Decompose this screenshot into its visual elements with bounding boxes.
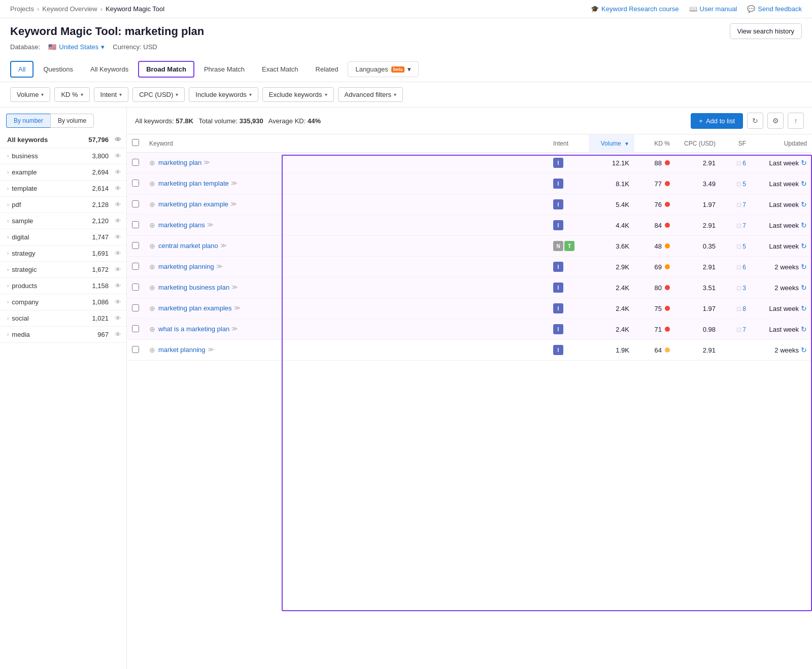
row-checkbox[interactable]	[132, 304, 139, 311]
add-keyword-icon[interactable]: ⊕	[149, 325, 155, 333]
row-checkbox[interactable]	[132, 284, 139, 291]
keyword-link[interactable]: marketing plan	[158, 159, 201, 166]
sidebar-item-all[interactable]: All keywords 57,796 👁	[0, 132, 126, 148]
row-refresh-icon[interactable]: ↻	[801, 325, 807, 333]
keyword-link[interactable]: what is a marketing plan	[158, 325, 229, 333]
add-keyword-icon[interactable]: ⊕	[149, 221, 155, 229]
sf-link[interactable]: 7	[742, 326, 746, 333]
tab-phrase-match[interactable]: Phrase Match	[196, 61, 252, 77]
sidebar-item-template[interactable]: › template 2,614 👁	[0, 181, 126, 197]
keyword-link[interactable]: market planning	[158, 346, 206, 354]
sf-link[interactable]: 7	[742, 222, 746, 229]
refresh-button[interactable]: ↻	[747, 113, 763, 129]
keyword-link[interactable]: marketing plan template	[158, 180, 229, 187]
row-refresh-icon[interactable]: ↻	[801, 159, 807, 167]
col-sf-header[interactable]: SF	[721, 134, 751, 153]
tab-related[interactable]: Related	[308, 61, 346, 77]
keyword-expand-icon[interactable]: ≫	[207, 221, 214, 228]
filter-cpc[interactable]: CPC (USD) ▾	[132, 87, 185, 102]
sidebar-item-media[interactable]: › media 967 👁	[0, 327, 126, 343]
tab-languages[interactable]: Languages beta ▾	[348, 61, 419, 77]
row-refresh-icon[interactable]: ↻	[801, 200, 807, 208]
keyword-expand-icon[interactable]: ≫	[208, 346, 214, 353]
col-updated-header[interactable]: Updated	[751, 134, 812, 153]
breadcrumb-projects[interactable]: Projects	[10, 5, 34, 13]
row-checkbox[interactable]	[132, 346, 139, 353]
row-checkbox[interactable]	[132, 242, 139, 249]
sidebar-item-strategic[interactable]: › strategic 1,672 👁	[0, 262, 126, 278]
add-keyword-icon[interactable]: ⊕	[149, 304, 155, 312]
row-checkbox[interactable]	[132, 221, 139, 228]
sidebar-item-strategy[interactable]: › strategy 1,691 👁	[0, 245, 126, 262]
filter-volume[interactable]: Volume ▾	[10, 87, 50, 102]
settings-button[interactable]: ⚙	[767, 113, 784, 129]
sidebar-item-digital[interactable]: › digital 1,747 👁	[0, 229, 126, 245]
row-checkbox[interactable]	[132, 200, 139, 207]
keyword-link[interactable]: marketing plans	[158, 221, 205, 229]
filter-advanced[interactable]: Advanced filters ▾	[338, 87, 403, 102]
breadcrumb-keyword-overview[interactable]: Keyword Overview	[42, 5, 97, 13]
filter-kd[interactable]: KD % ▾	[54, 87, 89, 102]
sidebar-item-example[interactable]: › example 2,694 👁	[0, 164, 126, 181]
row-refresh-icon[interactable]: ↻	[801, 263, 807, 271]
keyword-expand-icon[interactable]: ≫	[220, 242, 227, 249]
view-history-button[interactable]: View search history	[730, 23, 802, 39]
keyword-expand-icon[interactable]: ≫	[230, 200, 237, 207]
export-button[interactable]: ↑	[788, 113, 804, 129]
add-keyword-icon[interactable]: ⊕	[149, 180, 155, 188]
keyword-expand-icon[interactable]: ≫	[234, 304, 241, 311]
add-keyword-icon[interactable]: ⊕	[149, 263, 155, 271]
filter-intent[interactable]: Intent ▾	[94, 87, 129, 102]
keyword-expand-icon[interactable]: ≫	[231, 284, 238, 291]
row-checkbox[interactable]	[132, 180, 139, 187]
keyword-link[interactable]: marketing plan example	[158, 200, 228, 208]
row-checkbox[interactable]	[132, 159, 139, 166]
col-kd-header[interactable]: KD %	[634, 134, 675, 153]
col-cpc-header[interactable]: CPC (USD)	[675, 134, 721, 153]
database-selector[interactable]: 🇺🇸 United States ▾	[48, 43, 105, 51]
row-checkbox[interactable]	[132, 263, 139, 270]
sf-link[interactable]: 6	[742, 160, 746, 167]
tab-broad-match[interactable]: Broad Match	[138, 61, 194, 78]
row-checkbox[interactable]	[132, 325, 139, 332]
sidebar-item-company[interactable]: › company 1,086 👁	[0, 294, 126, 310]
feedback-link[interactable]: 💬 Send feedback	[747, 5, 802, 13]
tab-all-keywords[interactable]: All Keywords	[83, 61, 136, 77]
sidebar-item-pdf[interactable]: › pdf 2,128 👁	[0, 197, 126, 213]
add-keyword-icon[interactable]: ⊕	[149, 284, 155, 292]
add-keyword-icon[interactable]: ⊕	[149, 200, 155, 208]
sidebar-item-sample[interactable]: › sample 2,120 👁	[0, 213, 126, 229]
add-to-list-button[interactable]: + Add to list	[691, 113, 743, 129]
row-refresh-icon[interactable]: ↻	[801, 304, 807, 312]
sf-link[interactable]: 6	[742, 264, 746, 271]
tab-exact-match[interactable]: Exact Match	[254, 61, 306, 77]
row-refresh-icon[interactable]: ↻	[801, 221, 807, 229]
select-all-checkbox[interactable]	[132, 139, 139, 146]
add-keyword-icon[interactable]: ⊕	[149, 242, 155, 250]
keyword-link[interactable]: central market plano	[158, 242, 218, 250]
sf-link[interactable]: 5	[742, 181, 746, 188]
keyword-expand-icon[interactable]: ≫	[204, 159, 210, 166]
filter-exclude[interactable]: Exclude keywords ▾	[262, 87, 334, 102]
sf-link[interactable]: 8	[742, 305, 746, 312]
col-intent-header[interactable]: Intent	[548, 134, 589, 153]
keyword-expand-icon[interactable]: ≫	[231, 325, 238, 332]
course-link[interactable]: 🎓 Keyword Research course	[591, 5, 679, 13]
col-keyword-header[interactable]: Keyword	[144, 134, 548, 153]
sidebar-item-products[interactable]: › products 1,158 👁	[0, 278, 126, 294]
keyword-expand-icon[interactable]: ≫	[231, 180, 238, 187]
manual-link[interactable]: 📖 User manual	[689, 5, 737, 13]
keyword-expand-icon[interactable]: ≫	[216, 263, 223, 270]
sf-link[interactable]: 7	[742, 201, 746, 208]
keyword-link[interactable]: marketing planning	[158, 263, 214, 270]
row-refresh-icon[interactable]: ↻	[801, 346, 807, 354]
filter-include[interactable]: Include keywords ▾	[189, 87, 258, 102]
sf-link[interactable]: 3	[742, 285, 746, 292]
tab-all[interactable]: All	[10, 61, 33, 78]
row-refresh-icon[interactable]: ↻	[801, 242, 807, 250]
col-volume-header[interactable]: Volume ▼	[589, 134, 634, 153]
keyword-link[interactable]: marketing plan examples	[158, 304, 232, 312]
sort-by-number-button[interactable]: By number	[6, 114, 50, 128]
row-refresh-icon[interactable]: ↻	[801, 284, 807, 292]
row-refresh-icon[interactable]: ↻	[801, 180, 807, 188]
